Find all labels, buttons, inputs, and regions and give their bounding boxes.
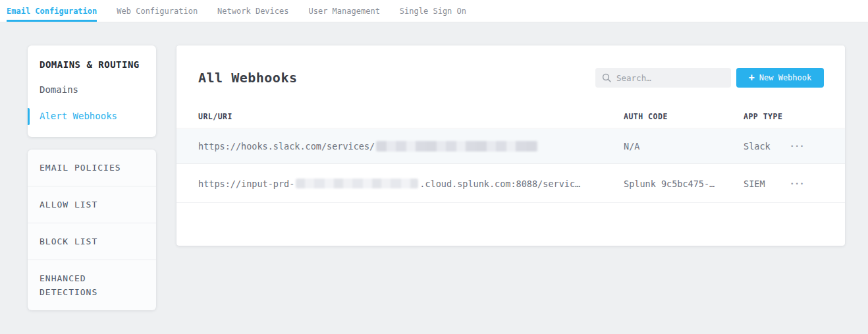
sidebar-item-domains[interactable]: Domains [28,83,156,96]
sidebar-item-label: Alert Webhooks [40,111,117,121]
url-text: https://input-prd- [198,179,294,189]
search-icon [602,73,611,82]
column-header-auth-code: AUTH CODE [624,112,668,121]
search-input[interactable] [616,73,724,83]
auth-code-value: N/A [624,141,639,152]
table-row[interactable]: https://input-prd- .cloud.splunk.com:808… [176,165,845,203]
sidebar-item-label: Domains [40,84,78,95]
sidebar-item-block-list[interactable]: BLOCK LIST [28,223,156,260]
tab-email-configuration[interactable]: Email Configuration [7,0,97,22]
new-webhook-button-label: New Webhook [759,73,811,82]
row-actions-menu-icon[interactable]: ••• [789,140,806,152]
tab-web-configuration[interactable]: Web Configuration [117,0,198,22]
webhook-url: https://input-prd- .cloud.splunk.com:808… [198,179,580,189]
redacted-url-segment [376,141,538,152]
url-text: .cloud.splunk.com:8088/servic… [420,179,580,189]
url-text: https://hooks.slack.com/services/ [198,141,375,152]
sidebar-item-allow-list[interactable]: ALLOW LIST [28,186,156,223]
page-title: All Webhooks [198,70,298,86]
sidebar-sections-card: EMAIL POLICIES ALLOW LIST BLOCK LIST ENH… [28,150,156,310]
app-type-value: SIEM [744,179,765,189]
sidebar-item-label: BLOCK LIST [40,235,97,248]
auth-code-value: Splunk 9c5bc475-… [624,179,715,189]
active-indicator [28,108,30,125]
top-tab-bar: Email Configuration Web Configuration Ne… [0,0,868,22]
sidebar-item-alert-webhooks[interactable]: Alert Webhooks [28,109,156,123]
column-header-url: URL/URI [198,112,232,121]
table-header: URL/URI AUTH CODE APP TYPE [176,105,845,128]
sidebar-item-label: EMAIL POLICIES [40,161,121,175]
tab-network-devices[interactable]: Network Devices [217,0,288,22]
sidebar-item-label: ENHANCED DETECTIONS [40,271,138,299]
new-webhook-button[interactable]: + New Webhook [736,68,824,88]
sidebar-item-label: ALLOW LIST [40,198,97,211]
sidebar-section-title: DOMAINS & ROUTING [28,59,156,70]
webhook-url: https://hooks.slack.com/services/ [198,141,538,152]
table-row[interactable]: https://hooks.slack.com/services/ N/A Sl… [176,129,845,164]
sidebar-item-enhanced-detections[interactable]: ENHANCED DETECTIONS [28,260,156,310]
row-actions-menu-icon[interactable]: ••• [789,178,806,190]
webhooks-panel: All Webhooks + New Webhook URL/URI AUTH … [176,45,845,246]
sidebar-domains-routing-card: DOMAINS & ROUTING Domains Alert Webhooks [28,45,156,137]
search-box [595,68,731,88]
plus-icon: + [749,73,755,83]
sidebar-item-email-policies[interactable]: EMAIL POLICIES [28,150,156,186]
column-header-app-type: APP TYPE [744,112,782,121]
tab-user-management[interactable]: User Management [308,0,379,22]
tab-single-sign-on[interactable]: Single Sign On [400,0,466,22]
app-type-value: Slack [744,141,771,152]
redacted-url-segment [296,179,418,188]
